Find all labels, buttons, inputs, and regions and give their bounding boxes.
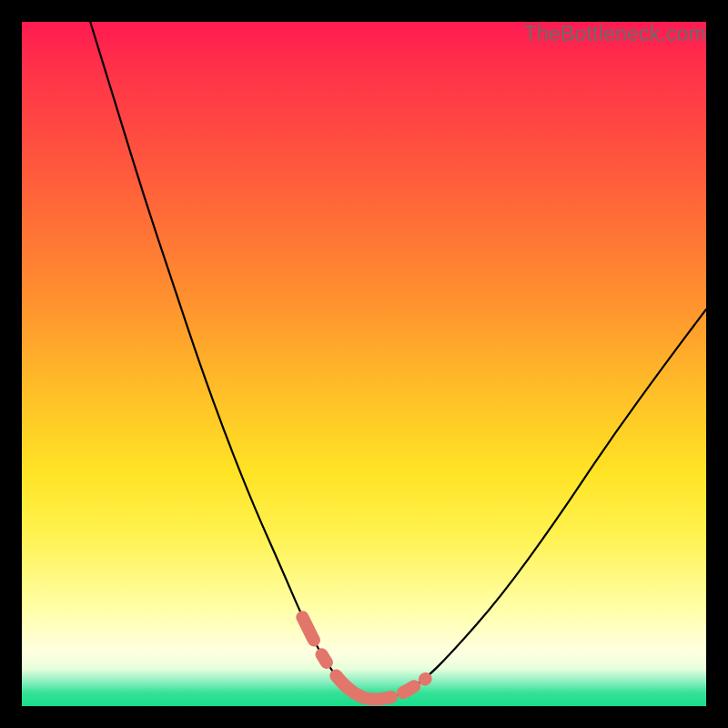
curve-layer [22,22,706,706]
watermark-text: TheBottleneck.com [524,22,706,46]
chart-background [22,22,706,706]
highlight-segment [302,617,425,699]
bottleneck-curve [90,22,706,699]
